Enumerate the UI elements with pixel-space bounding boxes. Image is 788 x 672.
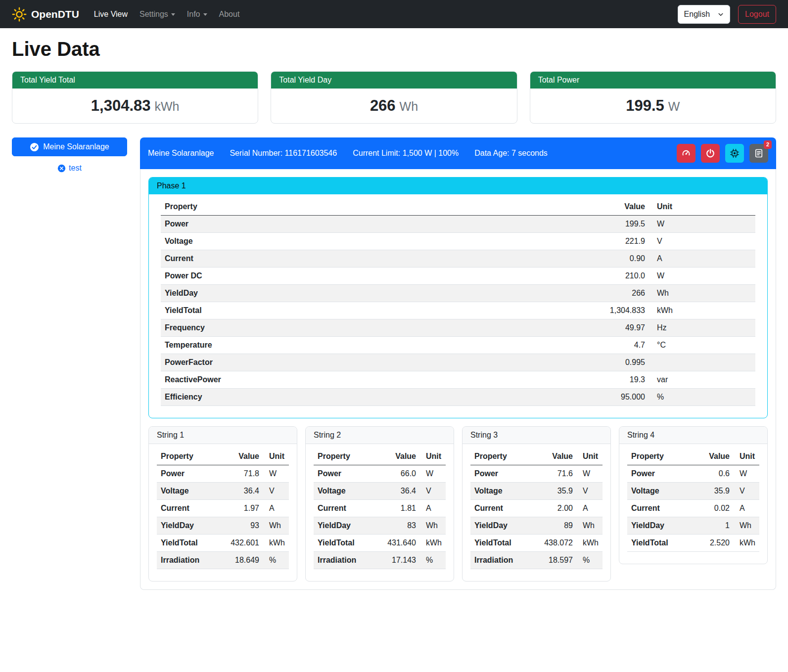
column-header-value: Value [587, 198, 649, 216]
column-header-property: Property [157, 448, 223, 465]
property-cell: YieldTotal [157, 535, 223, 552]
unit-cell: % [649, 389, 755, 406]
card-value: 1,304.83 [91, 97, 151, 114]
table-row: Voltage35.9V [470, 483, 603, 500]
value-cell: 431.640 [379, 535, 420, 552]
table-row: Voltage35.9V [627, 483, 759, 500]
table-row: Temperature4.7°C [161, 337, 755, 354]
table-row: PowerFactor0.995 [161, 354, 755, 371]
table-header-row: PropertyValueUnit [470, 448, 603, 465]
chevron-down-icon [171, 13, 175, 16]
event-log-button[interactable]: 2 [749, 144, 768, 163]
property-cell: Voltage [470, 483, 536, 500]
device-info-button[interactable] [725, 144, 744, 163]
table-row: YieldTotal438.072kWh [470, 535, 603, 552]
card-unit: W [668, 99, 680, 113]
inverter-select-label: Meine Solaranlage [43, 142, 109, 151]
unit-cell: var [649, 371, 755, 389]
current-limit: Current Limit: 1,500 W | 100% [353, 149, 459, 158]
limit-settings-button[interactable] [677, 144, 695, 163]
nav-settings[interactable]: Settings [134, 6, 181, 23]
unit-cell [649, 354, 755, 371]
table-header-row: PropertyValueUnit [314, 448, 446, 465]
value-cell: 89 [536, 517, 577, 535]
inverter-select-button[interactable]: Meine Solaranlage [12, 137, 127, 156]
table-header-row: PropertyValueUnit [157, 448, 289, 465]
unit-cell: A [420, 500, 446, 517]
inverter-actions: 2 [677, 144, 768, 163]
string-card-1: String 1PropertyValueUnitPower71.8WVolta… [148, 426, 297, 582]
property-cell: Voltage [157, 483, 223, 500]
table-row: Current0.02A [627, 500, 759, 517]
nav-live-view[interactable]: Live View [88, 6, 134, 23]
table-row: YieldDay266Wh [161, 285, 755, 302]
language-select[interactable]: English [678, 5, 730, 24]
unit-cell: Wh [263, 517, 289, 535]
unit-cell: W [577, 465, 603, 483]
value-cell: 18.597 [536, 552, 577, 569]
nav-about[interactable]: About [213, 6, 246, 23]
string-table-body: Power66.0WVoltage36.4VCurrent1.81AYieldD… [314, 465, 446, 569]
unit-cell: W [649, 216, 755, 233]
string-table-body: Power71.6WVoltage35.9VCurrent2.00AYieldD… [470, 465, 603, 569]
string-table-body: Power71.8WVoltage36.4VCurrent1.97AYieldD… [157, 465, 289, 569]
table-row: Irradiation17.143% [314, 552, 446, 569]
unit-cell: V [649, 233, 755, 250]
unit-cell: V [420, 483, 446, 500]
card-title: Total Yield Day [271, 72, 516, 89]
table-row: YieldTotal1,304.833kWh [161, 302, 755, 319]
table-row: YieldDay1Wh [627, 517, 759, 535]
value-cell: 83 [379, 517, 420, 535]
table-row: YieldDay83Wh [314, 517, 446, 535]
event-count-badge: 2 [764, 140, 772, 149]
string-card-body: PropertyValueUnitPower71.8WVoltage36.4VC… [149, 444, 297, 581]
inverter-panel-body: Phase 1 PropertyValueUnit Power199.5WVol… [140, 169, 776, 590]
card-body: 1,304.83kWh [12, 89, 258, 123]
unit-cell: Wh [734, 517, 759, 535]
table-row: Power0.6W [627, 465, 759, 483]
card-unit: Wh [400, 99, 418, 113]
unit-cell: Wh [577, 517, 603, 535]
value-cell: 1.81 [379, 500, 420, 517]
strings-row: String 1PropertyValueUnitPower71.8WVolta… [148, 426, 768, 582]
card-value: 266 [370, 97, 396, 114]
nav-info-label: Info [187, 10, 200, 19]
summary-cards: Total Yield Total 1,304.83kWh Total Yiel… [12, 71, 776, 124]
column-header-property: Property [314, 448, 379, 465]
property-cell: Irradiation [470, 552, 536, 569]
table-row: Frequency49.97Hz [161, 319, 755, 337]
unit-cell: kWh [577, 535, 603, 552]
brand[interactable]: OpenDTU [12, 7, 79, 22]
value-cell: 35.9 [693, 483, 734, 500]
page-title: Live Data [12, 38, 776, 60]
test-link[interactable]: test [12, 164, 127, 173]
property-cell: Current [161, 250, 587, 268]
value-cell: 49.97 [587, 319, 649, 337]
string-card-title: String 3 [463, 427, 610, 444]
unit-cell: A [734, 500, 759, 517]
phase-title: Phase 1 [149, 178, 767, 194]
total-power-card: Total Power 199.5W [530, 71, 776, 124]
property-cell: Power DC [161, 268, 587, 285]
phase-card: Phase 1 PropertyValueUnit Power199.5WVol… [148, 177, 768, 418]
value-cell: 199.5 [587, 216, 649, 233]
value-cell: 36.4 [379, 483, 420, 500]
logout-button[interactable]: Logout [738, 5, 776, 24]
value-cell: 1 [693, 517, 734, 535]
column-header-unit: Unit [263, 448, 289, 465]
property-cell: Voltage [627, 483, 693, 500]
top-navbar: OpenDTU Live View Settings Info About En… [0, 0, 788, 28]
column-header-value: Value [379, 448, 420, 465]
value-cell: 95.000 [587, 389, 649, 406]
sun-logo-icon [12, 7, 27, 22]
property-cell: Current [627, 500, 693, 517]
string-card-body: PropertyValueUnitPower66.0WVoltage36.4VC… [306, 444, 454, 581]
unit-cell: W [734, 465, 759, 483]
value-cell: 71.6 [536, 465, 577, 483]
nav-links: Live View Settings Info About [88, 6, 246, 23]
power-button[interactable] [701, 144, 720, 163]
value-cell: 0.90 [587, 250, 649, 268]
nav-info[interactable]: Info [181, 6, 213, 23]
column-header-unit: Unit [577, 448, 603, 465]
string-table: PropertyValueUnitPower66.0WVoltage36.4VC… [314, 448, 446, 569]
